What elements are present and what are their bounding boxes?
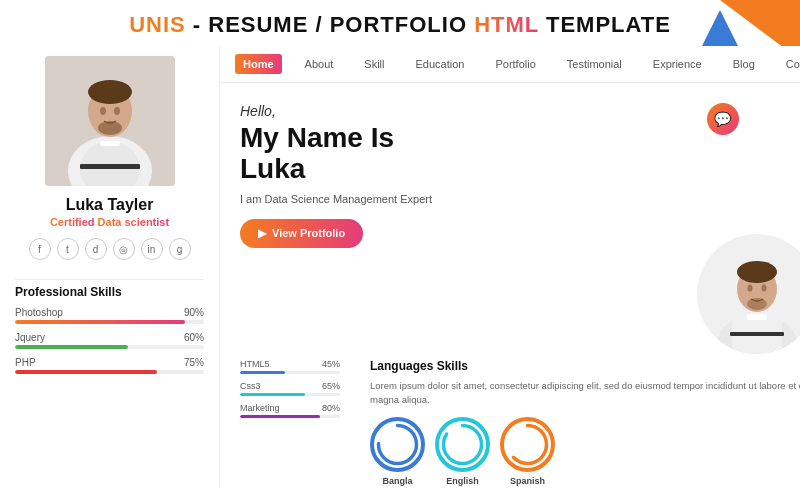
skill-percent: 45% — [322, 359, 340, 369]
title-template: TEMPLATE — [539, 12, 671, 37]
svg-rect-5 — [100, 141, 120, 146]
nav-experience[interactable]: Exprience — [645, 54, 710, 74]
main-container: Luka Tayler Certified Data scientist f t… — [0, 46, 800, 486]
skill-bar-bg — [15, 345, 204, 349]
nav-blog[interactable]: Blog — [725, 54, 763, 74]
skill-label: Jquery — [15, 332, 45, 343]
hero-subtitle: I am Data Science Management Expert — [240, 193, 667, 205]
skill-percent: 60% — [184, 332, 204, 343]
svg-point-9 — [98, 121, 122, 135]
title-middle: - RESUME / PORTFOLIO — [186, 12, 474, 37]
skill-bar-bg — [15, 320, 204, 324]
nav-skill[interactable]: Skill — [356, 54, 392, 74]
sidebar-divider — [15, 279, 204, 280]
view-portfolio-button[interactable]: ▶ View Protfolio — [240, 219, 363, 248]
svg-point-19 — [379, 426, 417, 464]
title-unis: UNIS — [129, 12, 186, 37]
spanish-progress-svg — [504, 421, 551, 468]
google-icon[interactable]: g — [169, 238, 191, 260]
skill-label: Marketing — [240, 403, 280, 413]
nav-portfolio[interactable]: Portfolio — [487, 54, 543, 74]
spanish-label: Spanish — [510, 476, 545, 486]
svg-point-7 — [100, 107, 106, 115]
lang-text: Lorem ipsum dolor sit amet, consectetur … — [370, 379, 800, 408]
svg-rect-18 — [730, 332, 784, 336]
bangla-circle — [370, 417, 425, 472]
skill-percent: 75% — [184, 357, 204, 368]
svg-point-14 — [761, 284, 766, 291]
nav-about[interactable]: About — [297, 54, 342, 74]
skill-bar-fill — [15, 345, 128, 349]
social-icons: f t d ◎ in g — [29, 238, 191, 260]
nav-home[interactable]: Home — [235, 54, 282, 74]
nav-education[interactable]: Education — [407, 54, 472, 74]
hero-section: Hello, My Name Is Luka I am Data Science… — [220, 83, 800, 364]
skill-label: Css3 — [240, 381, 261, 391]
lang-title: Languages Skills — [370, 359, 800, 373]
sidebar-title: Certified Data scientist — [50, 216, 169, 228]
avatar — [45, 56, 175, 186]
skill-label: PHP — [15, 357, 36, 368]
hero-hello: Hello, — [240, 103, 667, 119]
hero-person-svg — [702, 244, 800, 354]
skill-css3: Css3 65% — [240, 381, 340, 396]
portfolio-btn-label: View Protfolio — [272, 227, 345, 239]
lang-spanish: Spanish — [500, 417, 555, 486]
svg-point-13 — [747, 284, 752, 291]
skill-jquery: Jquery 60% — [15, 332, 204, 349]
lang-english: English — [435, 417, 490, 486]
nav-testimonial[interactable]: Testimonial — [559, 54, 630, 74]
svg-point-8 — [114, 107, 120, 115]
skill-percent: 80% — [322, 403, 340, 413]
svg-point-12 — [737, 261, 777, 283]
skill-bar-fill — [15, 370, 157, 374]
skill-label: Photoshop — [15, 307, 63, 318]
bangla-progress-svg — [374, 421, 421, 468]
chat-icon: 💬 — [707, 103, 739, 135]
skills-title: Professional Skills — [15, 285, 204, 299]
svg-point-4 — [88, 80, 132, 104]
twitter-icon[interactable]: t — [57, 238, 79, 260]
lang-section: Languages Skills Lorem ipsum dolor sit a… — [370, 359, 800, 487]
skill-bar-bg — [240, 415, 340, 418]
svg-point-20 — [444, 426, 482, 464]
hero-avatar-circle — [697, 234, 800, 354]
instagram-icon[interactable]: ◎ — [113, 238, 135, 260]
skill-php: PHP 75% — [15, 357, 204, 374]
hero-title: My Name Is Luka — [240, 123, 667, 185]
dribbble-icon[interactable]: d — [85, 238, 107, 260]
skill-col-html5: HTML5 45% Css3 65% — [240, 359, 340, 487]
skill-label: HTML5 — [240, 359, 270, 369]
certified-label: Certified — [50, 216, 95, 228]
sidebar: Luka Tayler Certified Data scientist f t… — [0, 46, 220, 486]
skill-html5: HTML5 45% — [240, 359, 340, 374]
skill-bar-bg — [240, 393, 340, 396]
facebook-icon[interactable]: f — [29, 238, 51, 260]
linkedin-icon[interactable]: in — [141, 238, 163, 260]
english-circle — [435, 417, 490, 472]
lang-bangla: Bangla — [370, 417, 425, 486]
avatar-svg — [45, 56, 175, 186]
nav-contact[interactable]: Contact — [778, 54, 800, 74]
spanish-circle — [500, 417, 555, 472]
skill-bar-bg — [15, 370, 204, 374]
professional-skills: Professional Skills Photoshop 90% Jquery… — [15, 285, 204, 382]
hero-name-line1: My Name Is — [240, 122, 394, 153]
svg-rect-17 — [747, 314, 767, 320]
lang-circles: Bangla English — [370, 417, 800, 486]
skill-bar-fill — [15, 320, 185, 324]
svg-rect-6 — [80, 164, 140, 169]
hero-text: Hello, My Name Is Luka I am Data Science… — [240, 103, 667, 354]
sidebar-name: Luka Tayler — [66, 196, 154, 214]
svg-point-21 — [509, 426, 547, 464]
content-area: Home About Skill Education Portfolio Tes… — [220, 46, 800, 486]
english-label: English — [446, 476, 479, 486]
skill-marketing: Marketing 80% — [240, 403, 340, 418]
bangla-label: Bangla — [382, 476, 412, 486]
skill-percent: 65% — [322, 381, 340, 391]
portfolio-icon: ▶ — [258, 227, 266, 240]
main-skills-row: HTML5 45% Css3 65% — [220, 359, 800, 487]
skill-percent: 90% — [184, 307, 204, 318]
nav-bar: Home About Skill Education Portfolio Tes… — [220, 46, 800, 83]
english-progress-svg — [439, 421, 486, 468]
